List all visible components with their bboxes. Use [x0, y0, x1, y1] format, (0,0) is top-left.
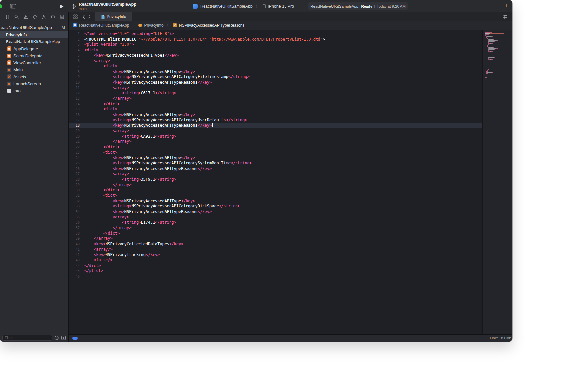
- scheme-selector[interactable]: ReactNativeUIKitSampleApp 〉 iPhone 15 Pr…: [193, 0, 294, 12]
- add-filter-icon[interactable]: [61, 335, 66, 340]
- go-back-icon[interactable]: [82, 14, 85, 19]
- code-line[interactable]: 40 <key>NSPrivacyCollectedDataTypes</key…: [69, 241, 482, 247]
- code-line[interactable]: 23 <dict>: [69, 150, 482, 155]
- code-line[interactable]: 34 <key>NSPrivacyAccessedAPITypeReasons<…: [69, 209, 482, 215]
- issue-navigator-icon[interactable]: [23, 14, 28, 19]
- code-line[interactable]: 17 <string>NSPrivacyAccessedAPICategoryU…: [69, 117, 482, 123]
- code-line[interactable]: 36 <string>E174.1</string>: [69, 220, 482, 225]
- jump-bar: ReactNativeUIKitSampleApp 〉 PrivacyInfo …: [69, 21, 512, 30]
- file-row[interactable]: LaunchScreen: [0, 80, 68, 88]
- filter-input[interactable]: [2, 335, 52, 341]
- file-row[interactable]: PrivacyInfo: [0, 31, 68, 39]
- code-line[interactable]: 35 <array>: [69, 214, 482, 220]
- interface-file-icon: [7, 74, 11, 79]
- window-title: ReactNativeUIKitSampleApp: [79, 2, 136, 7]
- breadcrumb-label[interactable]: PrivacyInfo: [144, 23, 163, 28]
- code-line[interactable]: 28 <string>35F9.1</string>: [69, 177, 482, 182]
- activity-viewer[interactable]: ReactNativeUIKitSampleApp: Ready | Today…: [308, 2, 408, 10]
- navigator-sidebar: eactNativeUIKitSampleAppMPrivacyInfoReac…: [0, 12, 69, 342]
- code-line[interactable]: 29 </array>: [69, 182, 482, 188]
- report-navigator-icon[interactable]: [60, 14, 65, 19]
- code-line[interactable]: 20 <string>CA92.1</string>: [69, 134, 482, 139]
- line-number: 2: [69, 37, 80, 42]
- code-line[interactable]: 15 <dict>: [69, 106, 482, 112]
- interface-file-icon: [7, 68, 11, 72]
- code-line[interactable]: 19 <array>: [69, 128, 482, 134]
- line-number: 22: [69, 144, 80, 150]
- code-line[interactable]: 46: [69, 274, 482, 279]
- file-row[interactable]: ReactNativeUIKitSampleApp: [0, 38, 68, 45]
- code-lines[interactable]: 1<?xml version="1.0" encoding="UTF-8"?>2…: [69, 30, 482, 334]
- code-line[interactable]: 39 </array>: [69, 236, 482, 241]
- file-row[interactable]: AppDelegate: [0, 45, 68, 53]
- code-line[interactable]: 37 </array>: [69, 225, 482, 231]
- file-list: eactNativeUIKitSampleAppMPrivacyInfoReac…: [0, 21, 68, 334]
- code-line[interactable]: 42 <key>NSPrivacyTracking</key>: [69, 252, 482, 258]
- test-navigator-icon[interactable]: [32, 14, 37, 19]
- run-destination[interactable]: iPhone 15 Pro: [268, 4, 294, 8]
- code-line[interactable]: 30 </dict>: [69, 188, 482, 193]
- file-row[interactable]: SceneDelegate: [0, 52, 68, 59]
- breakpoint-navigator-icon[interactable]: [51, 14, 56, 19]
- run-button[interactable]: [59, 4, 64, 9]
- code-line[interactable]: 3<plist version="1.0">: [69, 42, 482, 47]
- code-line[interactable]: 5 <key>NSPrivacyAccessedAPITypes</key>: [69, 53, 482, 58]
- code-line[interactable]: 2<!DOCTYPE plist PUBLIC "-//Apple//DTD P…: [69, 37, 482, 42]
- code-line[interactable]: 13 </array>: [69, 96, 482, 101]
- code-line[interactable]: 43 <false/>: [69, 257, 482, 263]
- breadcrumb-label[interactable]: NSPrivacyAccessedAPITypeReasons: [179, 23, 245, 28]
- bottom-bar-indicator[interactable]: [72, 337, 78, 340]
- file-label: Info: [13, 89, 21, 93]
- code-line[interactable]: 16 <key>NSPrivacyAccessedAPIType</key>: [69, 112, 482, 118]
- file-row[interactable]: Info: [0, 88, 68, 95]
- code-line[interactable]: 38 </dict>: [69, 231, 482, 236]
- code-line[interactable]: 21 </array>: [69, 139, 482, 144]
- toggle-navigator-icon[interactable]: [10, 4, 16, 9]
- line-number: 31: [69, 193, 80, 198]
- code-line[interactable]: 45</plist>: [69, 268, 482, 274]
- window-control-green[interactable]: [0, 4, 2, 8]
- breadcrumb-symbol[interactable]: K NSPrivacyAccessedAPITypeReasons: [173, 23, 245, 28]
- code-line[interactable]: 8 <key>NSPrivacyAccessedAPIType</key>: [69, 69, 482, 74]
- file-row[interactable]: eactNativeUIKitSampleAppM: [0, 24, 68, 31]
- code-line[interactable]: 41 <array/>: [69, 247, 482, 252]
- minimap[interactable]: [482, 30, 512, 334]
- breadcrumb-file[interactable]: PrivacyInfo: [138, 23, 163, 28]
- go-forward-icon[interactable]: [88, 14, 91, 19]
- code-line[interactable]: 25 <string>NSPrivacyAccessedAPICategoryS…: [69, 160, 482, 166]
- code-line[interactable]: 18 <key>NSPrivacyAccessedAPITypeReasons<…: [69, 123, 482, 128]
- code-line[interactable]: 31 <dict>: [69, 193, 482, 198]
- breadcrumb-project[interactable]: ReactNativeUIKitSampleApp: [73, 23, 129, 28]
- code-line[interactable]: 1<?xml version="1.0" encoding="UTF-8"?>: [69, 31, 482, 37]
- code-line[interactable]: 32 <key>NSPrivacyAccessedAPIType</key>: [69, 198, 482, 204]
- code-line[interactable]: 10 <key>NSPrivacyAccessedAPITypeReasons<…: [69, 80, 482, 85]
- code-line[interactable]: 4<dict>: [69, 47, 482, 53]
- editor-grid-icon[interactable]: [73, 14, 78, 19]
- swap-editor-icon[interactable]: [503, 14, 508, 19]
- code-line[interactable]: 33 <string>NSPrivacyAccessedAPICategoryD…: [69, 204, 482, 209]
- file-row[interactable]: Main: [0, 66, 68, 74]
- library-add-button[interactable]: +: [504, 2, 508, 9]
- find-navigator-icon[interactable]: [14, 14, 19, 19]
- scheme-name[interactable]: ReactNativeUIKitSampleApp: [200, 4, 253, 8]
- bookmark-navigator-icon[interactable]: [5, 14, 10, 19]
- code-line[interactable]: 44</dict>: [69, 263, 482, 269]
- code-line[interactable]: 26 <key>NSPrivacyAccessedAPITypeReasons<…: [69, 166, 482, 172]
- code-line[interactable]: 22 </dict>: [69, 144, 482, 150]
- code-line[interactable]: 7 <dict>: [69, 63, 482, 69]
- tab-privacyinfo[interactable]: PrivacyInfo: [95, 12, 132, 21]
- debug-navigator-icon[interactable]: [41, 14, 46, 19]
- project-app-icon: [73, 23, 77, 27]
- code-line[interactable]: 12 <string>C617.1</string>: [69, 90, 482, 96]
- code-line[interactable]: 24 <key>NSPrivacyAccessedAPIType</key>: [69, 155, 482, 161]
- recent-files-icon[interactable]: [54, 335, 59, 340]
- file-row[interactable]: Assets: [0, 74, 68, 81]
- breadcrumb-label[interactable]: ReactNativeUIKitSampleApp: [79, 23, 129, 28]
- code-line[interactable]: 14 </dict>: [69, 101, 482, 107]
- code-line[interactable]: 27 <array>: [69, 171, 482, 177]
- code-line[interactable]: 9 <string>NSPrivacyAccessedAPICategoryFi…: [69, 74, 482, 80]
- code-line[interactable]: 11 <array>: [69, 85, 482, 90]
- file-row[interactable]: ViewController: [0, 59, 68, 67]
- code-line[interactable]: 6 <array>: [69, 58, 482, 64]
- code-editor[interactable]: 1<?xml version="1.0" encoding="UTF-8"?>2…: [69, 30, 512, 334]
